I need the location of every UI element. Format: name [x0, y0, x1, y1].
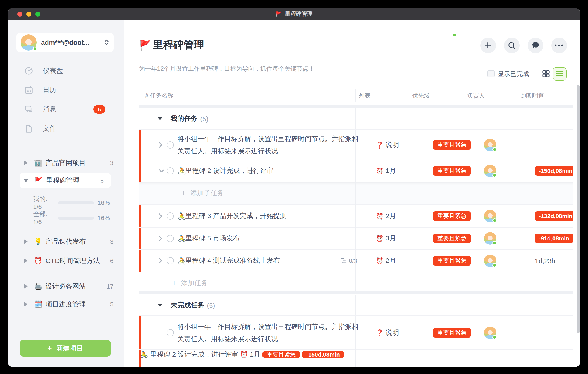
assignee-avatar[interactable] — [484, 326, 496, 339]
add-subtask-label: 添加子任务 — [190, 189, 224, 198]
task-complete-circle[interactable] — [167, 235, 174, 242]
expand-arrow-icon[interactable] — [24, 239, 28, 244]
table-row-task[interactable]: 将小组一年工作目标拆解，设置出里程碑时间节点。并指派相 关责任人。用标签来展示进… — [139, 316, 573, 350]
expand-arrow-icon[interactable] — [24, 161, 28, 165]
assignee-avatar[interactable] — [484, 232, 496, 244]
zoom-window-button[interactable] — [35, 12, 40, 17]
task-title: 将小组一年工作目标拆解，设置出里程碑时间节点。并指派相 关责任人。用标签来展示进… — [177, 132, 358, 157]
table-row-task[interactable]: 🚴 里程碑 2 设计完成，进行评审 ⏰ 1月 重要且紧急 -150d,08min — [139, 350, 573, 367]
dashboard-icon — [25, 67, 33, 75]
task-complete-circle[interactable] — [167, 329, 174, 336]
sidebar-item-dashboard[interactable]: 仪表盘 — [8, 61, 124, 80]
screen: 🚩 里程碑管理 adm***@doot... 仪表盘 — [0, 0, 588, 374]
sidebar-item-label: 仪表盘 — [43, 67, 63, 75]
minimize-window-button[interactable] — [26, 12, 31, 17]
expand-arrow-icon[interactable] — [24, 302, 28, 307]
traffic-lights — [17, 12, 40, 17]
group-header[interactable]: 未完成任务 (5) — [139, 295, 573, 316]
chevron-right-icon[interactable] — [159, 213, 162, 219]
new-project-button[interactable]: + 新建项目 — [20, 340, 111, 357]
priority-badge: 重要且紧急 — [433, 166, 471, 176]
sidebar-project-gtd[interactable]: ⏰ GTD时间管理方法 6 — [8, 252, 124, 270]
task-complete-circle[interactable] — [167, 167, 174, 175]
sidebar-project-milestone-selected[interactable]: 🚩 里程碑管理 5 — [20, 173, 111, 188]
chevron-right-icon[interactable] — [159, 235, 162, 241]
project-label: 设计必备网站 — [46, 282, 86, 291]
task-complete-circle[interactable] — [167, 257, 174, 264]
task-complete-circle[interactable] — [167, 212, 174, 220]
chevron-right-icon[interactable] — [159, 142, 162, 148]
progress-row-all: 全部: 1/6 16% — [8, 210, 124, 225]
sidebar-item-messages[interactable]: 消息 5 — [8, 100, 124, 119]
user-name: adm***@doot... — [41, 38, 89, 46]
grid-view-button[interactable] — [539, 67, 553, 80]
cyclist-emoji-icon: 🚴 — [178, 167, 186, 175]
column-header-list[interactable]: 列表 — [359, 89, 370, 103]
group-header[interactable]: 我的任务 (5) — [139, 108, 573, 130]
table-row-task[interactable]: 🚴 里程碑 5 市场发布 ⏰ 3月 重要且紧急 -91d,08min — [139, 228, 573, 249]
chevron-right-icon[interactable] — [159, 258, 162, 264]
show-completed-checkbox[interactable] — [487, 70, 495, 77]
collapse-arrow-icon[interactable] — [24, 179, 28, 182]
project-emoji: ⏰ — [34, 257, 42, 265]
priority-color-bar — [139, 228, 141, 249]
sidebar-project-design-sites[interactable]: 🖨️ 设计必备网站 17 — [8, 277, 124, 295]
group-count: (5) — [207, 301, 215, 309]
add-subtask-row[interactable]: + 添加子任务 — [139, 182, 573, 205]
table-row-task[interactable]: 🚴 里程碑 2 设计完成，进行评审 ⏰ 1月 重要且紧急 -150d,08min — [139, 160, 573, 182]
task-title: 里程碑 4 测试完成准备线上发布 — [185, 256, 280, 265]
priority-badge: 重要且紧急 — [433, 211, 471, 221]
project-task-count: 6 — [110, 257, 114, 264]
task-title: 将小组一年工作目标拆解，设置出里程碑时间节点。并指派相 关责任人。用标签来展示进… — [177, 320, 358, 345]
column-header-priority[interactable]: 优先级 — [412, 89, 430, 103]
list-view-button[interactable] — [553, 67, 567, 80]
task-title: 里程碑 2 设计完成，进行评审 — [185, 167, 273, 175]
task-list-label: 说明 — [386, 328, 399, 337]
user-account-switcher[interactable]: adm***@doot... — [16, 33, 114, 52]
sidebar-project-iteration[interactable]: 💡 产品迭代发布 3 — [8, 233, 124, 251]
online-status-dot — [452, 33, 457, 37]
add-task-label: 添加任务 — [181, 279, 208, 287]
assignee-avatar[interactable] — [484, 165, 496, 177]
group-collapse-icon[interactable] — [158, 304, 162, 307]
search-button[interactable] — [504, 37, 520, 53]
add-button[interactable] — [480, 37, 496, 53]
column-header-name[interactable]: # 任务名称 — [145, 89, 173, 103]
column-header-due[interactable]: 到期时间 — [521, 89, 545, 103]
subtask-tree-icon — [341, 258, 347, 264]
task-complete-circle[interactable] — [167, 141, 174, 148]
grid-view-icon — [542, 70, 549, 77]
expand-arrow-icon[interactable] — [24, 284, 28, 288]
close-window-button[interactable] — [17, 12, 22, 17]
sidebar-item-calendar[interactable]: 日历 — [8, 80, 124, 100]
table-row-task[interactable]: 🚴 里程碑 3 产品开发完成，开始提测 ⏰ 2月 重要且紧急 -132d,08m… — [139, 205, 573, 228]
more-icon — [555, 44, 563, 46]
task-group-incomplete: 未完成任务 (5) 将小组一年工作目标拆解，设置出里程碑时间节点。并指派相 关责… — [139, 295, 573, 367]
chevron-down-icon[interactable] — [159, 169, 164, 173]
assignee-avatar[interactable] — [484, 138, 496, 151]
due-time-text: 1d,23h — [535, 257, 555, 264]
expand-arrow-icon[interactable] — [24, 259, 28, 263]
plus-icon — [484, 42, 492, 49]
progress-percent: 16% — [97, 214, 110, 221]
sidebar-project-schedule[interactable]: 🗓️ 项目进度管理 5 — [8, 295, 124, 313]
table-row-task[interactable]: 🚴 里程碑 4 测试完成准备线上发布 0/3 ⏰ 2月 重要且紧急 1d,23h — [139, 249, 573, 272]
due-time-badge: -150d,08min — [302, 351, 344, 358]
priority-color-bar — [139, 130, 141, 160]
progress-row-mine: 我的: 1/6 16% — [8, 195, 124, 210]
assignee-avatar[interactable] — [484, 254, 496, 267]
sidebar-item-files[interactable]: 文件 — [8, 119, 124, 138]
group-collapse-icon[interactable] — [158, 117, 162, 120]
table-row-task[interactable]: 将小组一年工作目标拆解，设置出里程碑时间节点。并指派相 关责任人。用标签来展示进… — [139, 130, 573, 160]
chat-button[interactable] — [528, 37, 543, 53]
sidebar-project-official-site[interactable]: 🏢 产品官网项目 3 — [8, 154, 124, 172]
group-title: 未完成任务 — [171, 301, 204, 309]
assignee-avatar[interactable] — [484, 209, 496, 222]
online-status-dot — [492, 241, 497, 245]
add-task-row[interactable]: + 添加任务 — [139, 272, 573, 291]
more-button[interactable] — [551, 37, 567, 53]
sidebar: adm***@doot... 仪表盘 日历 消息 — [8, 20, 124, 367]
project-emoji: 🗓️ — [34, 300, 42, 308]
vertical-scrollbar[interactable] — [577, 85, 579, 333]
column-header-owner[interactable]: 负责人 — [467, 89, 485, 103]
